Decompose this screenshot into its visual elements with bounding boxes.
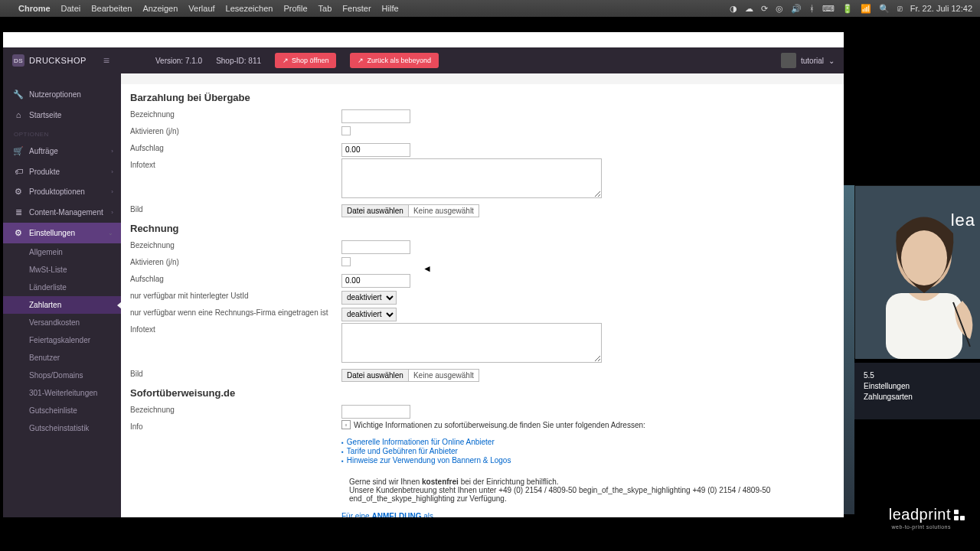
battery-icon[interactable]: 🔋 — [842, 4, 853, 14]
sidebar-sub-versand[interactable]: Versandkosten — [3, 314, 121, 331]
sidebar-sub-shops[interactable]: Shops/Domains — [3, 367, 121, 384]
button-label: Shop öffnen — [292, 57, 328, 64]
label-aktivieren: Aktivieren (j/n) — [130, 256, 341, 271]
info-link[interactable]: Hinweise zur Verwendung von Bannern & Lo… — [347, 456, 511, 465]
app-topbar: DS DRUCKSHOP ≡ Version: 7.1.0 Shop-ID: 8… — [3, 47, 844, 73]
leadprint-logo: leadprint web-to-print solutions — [889, 506, 965, 523]
sidebar-sub-gutscheinliste[interactable]: Gutscheinliste — [3, 402, 121, 419]
label-bild: Bild — [130, 203, 341, 218]
open-shop-button[interactable]: ↗ Shop öffnen — [275, 53, 336, 68]
textarea-infotext[interactable] — [341, 158, 602, 198]
status-icon[interactable]: ☁ — [745, 4, 753, 14]
sidebar-item-startseite[interactable]: ⌂ Startseite — [3, 105, 121, 125]
app-name[interactable]: Chrome — [18, 4, 51, 13]
svg-rect-3 — [886, 293, 962, 359]
sidebar-sub-allgemein[interactable]: Allgemein — [3, 243, 121, 261]
sidebar-sub-301[interactable]: 301-Weiterleitungen — [3, 384, 121, 402]
sidebar-item-nutzeroptionen[interactable]: 🔧 Nutzeroptionen — [3, 84, 121, 105]
input-bezeichnung[interactable] — [341, 405, 410, 419]
sidebar-sub-benutzer[interactable]: Benutzer — [3, 349, 121, 367]
app-logo[interactable]: DS DRUCKSHOP — [12, 54, 87, 67]
input-aufschlag[interactable] — [341, 143, 410, 157]
sidebar-item-content-management[interactable]: ≣ Content-Management › — [3, 202, 121, 223]
label-bezeichnung: Bezeichnung — [130, 403, 341, 419]
label-bild: Bild — [130, 367, 341, 383]
menu-anzeigen[interactable]: Anzeigen — [142, 4, 178, 13]
volume-icon[interactable]: 🔊 — [791, 4, 802, 14]
bullet-icon: ▪ — [341, 439, 344, 446]
gear-icon: ⚙ — [14, 187, 23, 197]
status-icon[interactable]: ⟳ — [761, 4, 768, 14]
select-ustid[interactable]: deaktiviert — [341, 291, 397, 305]
info-link[interactable]: Tarife und Gebühren für Anbieter — [347, 447, 458, 455]
select-firma[interactable]: deaktiviert — [341, 308, 397, 321]
cart-icon: 🛒 — [14, 146, 23, 156]
file-choose-button[interactable]: Datei auswählen — [342, 205, 409, 217]
sidebar-item-label: Aufträge — [29, 147, 58, 155]
sidebar-item-einstellungen[interactable]: ⚙ Einstellungen ⌄ — [3, 223, 121, 243]
sidebar-sub-zahlarten[interactable]: Zahlarten — [3, 296, 121, 314]
sidebar-item-label: Content-Management — [29, 208, 103, 217]
bluetooth-icon[interactable]: ᚼ — [809, 4, 815, 13]
info-link[interactable]: Generelle Informationen für Online Anbie… — [347, 438, 495, 446]
file-input-bild[interactable]: Datei auswählen Keine ausgewählt — [341, 369, 479, 382]
section-title-barzahlung: Barzahlung bei Übergabe — [130, 89, 835, 108]
sidebar-sub-feiertage[interactable]: Feiertagskalender — [3, 331, 121, 349]
sidebar-item-label: Nutzeroptionen — [29, 90, 81, 99]
label-aktivieren: Aktivieren (j/n) — [130, 125, 341, 140]
search-icon[interactable]: 🔍 — [879, 4, 890, 14]
menu-fenster[interactable]: Fenster — [342, 4, 371, 13]
anmeldung-link[interactable]: ANMELDUNG — [371, 512, 421, 517]
sidebar-item-auftraege[interactable]: 🛒 Aufträge › — [3, 141, 121, 161]
menu-verlauf[interactable]: Verlauf — [188, 4, 214, 13]
back-user-button[interactable]: ↗ Zurück als bebeyond — [350, 53, 439, 68]
status-icon[interactable]: ◑ — [730, 4, 737, 14]
info-text: Unsere Kundenbetreuung steht Ihnen unter… — [349, 486, 770, 503]
chevron-right-icon: › — [111, 188, 113, 195]
menubar-right: ◑ ☁ ⟳ ◎ 🔊 ᚼ ⌨ 🔋 📶 🔍 ⎚ Fr. 22. Juli 12:42 — [730, 4, 972, 14]
menu-datei[interactable]: Datei — [61, 4, 81, 13]
anmeldung-line: Für eine ANMELDUNG als — [341, 512, 835, 517]
gear-icon: ⚙ — [14, 228, 23, 238]
sidebar-item-produkte[interactable]: 🏷 Produkte › — [3, 161, 121, 181]
menu-bearbeiten[interactable]: Bearbeiten — [91, 4, 132, 13]
checkbox-aktivieren[interactable] — [341, 126, 351, 135]
sidebar-sub-gutscheinstatistik[interactable]: Gutscheinstatistik — [3, 419, 121, 437]
sidebar-item-produktoptionen[interactable]: ⚙ Produktoptionen › — [3, 181, 121, 202]
section-title-sofort: Sofortüberweisung.de — [130, 384, 835, 403]
textarea-infotext[interactable] — [341, 323, 602, 363]
info-lead-text: Wichtige Informationen zu sofortüberweis… — [354, 421, 645, 429]
user-menu[interactable]: tutorial ⌄ — [781, 53, 835, 68]
version-text: Version: 7.1.0 — [155, 57, 202, 65]
macos-menubar: Chrome Datei Bearbeiten Anzeigen Verlauf… — [0, 0, 980, 17]
wifi-icon[interactable]: 📶 — [861, 4, 871, 14]
status-icon[interactable]: ◎ — [776, 4, 783, 14]
menu-tab[interactable]: Tab — [318, 4, 332, 13]
file-input-bild[interactable]: Datei auswählen Keine ausgewählt — [341, 204, 479, 217]
caption-line: Einstellungen — [864, 381, 971, 392]
external-icon: ↗ — [358, 57, 364, 64]
main-content: Barzahlung bei Übergabe Bezeichnung Akti… — [121, 84, 844, 517]
input-aufschlag[interactable] — [341, 274, 410, 288]
brand-text: DRUCKSHOP — [29, 56, 87, 65]
logo-squares-icon — [954, 510, 965, 520]
sidebar-toggle-icon[interactable]: ≡ — [103, 54, 109, 67]
label-aufschlag: Aufschlag — [130, 272, 341, 288]
label-ustid: nur verfügbar mit hinterlegter UstId — [130, 289, 341, 305]
sidebar-sub-laender[interactable]: Länderliste — [3, 279, 121, 296]
file-choose-button[interactable]: Datei auswählen — [342, 370, 409, 381]
info-text: bei der Einrichtung behilflich. — [459, 478, 559, 486]
input-bezeichnung[interactable] — [341, 109, 410, 123]
external-icon: ↗ — [283, 57, 289, 64]
input-bezeichnung[interactable] — [341, 240, 410, 254]
menu-profile[interactable]: Profile — [283, 4, 307, 13]
checkbox-aktivieren[interactable] — [341, 257, 351, 266]
menu-hilfe[interactable]: Hilfe — [382, 4, 399, 13]
status-icon[interactable]: ⌨ — [822, 4, 835, 14]
sidebar-sub-mwst[interactable]: MwSt-Liste — [3, 261, 121, 279]
menu-lesezeichen[interactable]: Lesezeichen — [226, 4, 273, 13]
info-text: Gerne sind wir Ihnen — [349, 478, 422, 486]
chevron-right-icon: › — [111, 209, 113, 216]
control-center-icon[interactable]: ⎚ — [897, 4, 903, 13]
clock[interactable]: Fr. 22. Juli 12:42 — [910, 4, 972, 13]
